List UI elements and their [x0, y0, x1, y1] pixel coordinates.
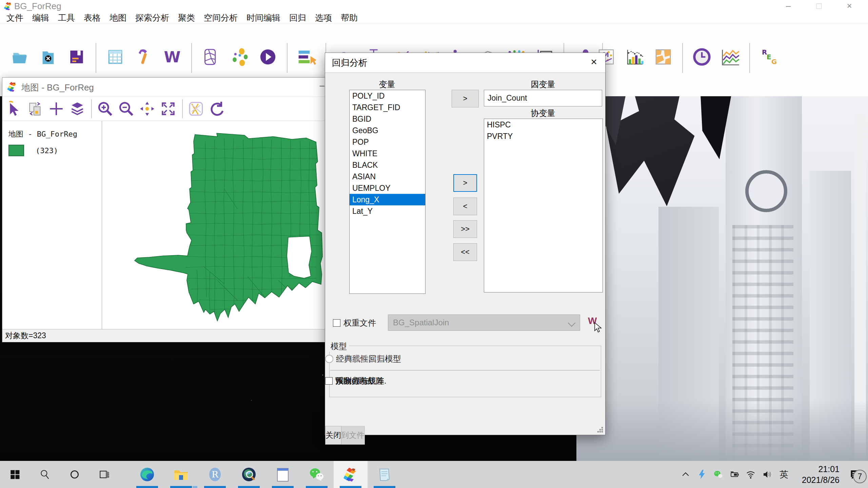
regression-icon[interactable] [760, 45, 778, 69]
variable-list-item[interactable]: POLY_ID [350, 90, 425, 102]
taskbar-gis-viewer[interactable] [232, 461, 266, 488]
taskbar-edge[interactable] [130, 461, 164, 488]
map-layers-icon[interactable] [69, 100, 86, 117]
variable-list-item[interactable]: GeoBG [350, 125, 425, 136]
map-full-extent-icon[interactable] [160, 100, 177, 117]
covariate-list-item[interactable]: PVRTY [484, 130, 603, 142]
start-button[interactable] [0, 461, 30, 488]
variable-list-item[interactable]: TARGET_FID [350, 102, 425, 113]
action-button[interactable]: 关闭 [325, 426, 341, 445]
category-editor-icon[interactable] [297, 45, 316, 69]
minimize-button[interactable]: – [773, 0, 804, 12]
menu-clusters[interactable]: 聚类 [174, 12, 199, 23]
map-invert-selection-icon[interactable] [27, 100, 44, 117]
separator[interactable] [287, 43, 288, 73]
cluster-icon[interactable] [230, 45, 249, 69]
separator[interactable] [91, 99, 92, 118]
close-button[interactable]: × [834, 0, 865, 12]
menu-map[interactable]: 地图 [105, 12, 131, 23]
menu-regression[interactable]: 回归 [285, 12, 311, 23]
dialog-title-bar[interactable]: 回归分析 × [325, 53, 605, 73]
menu-edit[interactable]: 编辑 [28, 12, 54, 23]
tray-volume-icon[interactable] [759, 461, 775, 488]
separator[interactable] [96, 43, 96, 73]
dialog-close-icon[interactable]: × [591, 56, 597, 68]
menu-table[interactable]: 表格 [79, 12, 105, 23]
weights-manager-icon[interactable] [163, 45, 182, 69]
move-all-right-button[interactable]: >> [453, 220, 477, 238]
map-minimize-button[interactable]: – [320, 80, 324, 91]
tray-bolt-icon[interactable] [694, 461, 710, 488]
resize-grip[interactable] [597, 427, 603, 433]
save-project-icon[interactable] [67, 45, 86, 69]
map-add-layer-icon[interactable] [48, 100, 65, 117]
output-checkbox[interactable]: White测试 [325, 375, 372, 386]
time-editor-icon[interactable] [692, 45, 711, 69]
run-tools-icon[interactable] [258, 45, 277, 69]
separator[interactable] [191, 43, 192, 73]
taskbar-notepad[interactable] [368, 461, 401, 488]
map-zoom-out-icon[interactable] [118, 100, 135, 117]
tray-wechat-icon[interactable] [710, 461, 726, 488]
variable-list-item[interactable]: Long_X [350, 194, 425, 205]
separator[interactable] [682, 43, 683, 73]
move-left-button[interactable]: < [453, 198, 477, 215]
separator[interactable] [749, 43, 750, 73]
task-view-icon[interactable] [90, 461, 119, 488]
open-project-icon[interactable] [10, 45, 29, 69]
tray-chevron-up-icon[interactable] [677, 461, 694, 488]
weights-create-icon[interactable] [134, 45, 153, 69]
variable-list-item[interactable]: WHITE [350, 148, 425, 159]
covariate-list-item[interactable]: HISPC [484, 119, 603, 130]
close-project-icon[interactable] [39, 45, 58, 69]
map-pan-icon[interactable] [139, 100, 156, 117]
dependent-variable-field[interactable]: Join_Count [484, 90, 602, 106]
separator[interactable] [182, 99, 183, 118]
search-icon[interactable] [30, 461, 60, 488]
taskbar-geoda[interactable] [334, 461, 368, 488]
variable-list-item[interactable]: Lat_Y [350, 205, 425, 217]
covariates-list[interactable]: HISPCPVRTY [484, 119, 603, 292]
table-icon[interactable] [106, 45, 125, 69]
menu-options[interactable]: 选项 [311, 12, 336, 23]
map-select-tool-icon[interactable] [6, 100, 23, 117]
variable-list-item[interactable]: UEMPLOY [350, 182, 425, 194]
move-right-button[interactable]: > [453, 174, 477, 192]
distribution-chart-icon[interactable] [625, 45, 644, 69]
map-zoom-in-icon[interactable] [97, 100, 114, 117]
move-all-left-button[interactable]: << [453, 243, 477, 261]
legend-item[interactable]: (323) [8, 145, 102, 156]
move-dependent-button[interactable]: > [452, 90, 479, 107]
variable-list-item[interactable]: ASIAN [350, 171, 425, 182]
variable-list-item[interactable]: BGID [350, 113, 425, 125]
menu-help[interactable]: 帮助 [336, 12, 362, 23]
cartogram-icon[interactable] [654, 45, 673, 69]
taskbar-explorer[interactable] [164, 461, 198, 488]
variable-list-item[interactable]: BLACK [350, 159, 425, 171]
taskbar-wechat[interactable] [300, 461, 334, 488]
map-weights-graph-icon[interactable] [188, 100, 204, 117]
variable-list-item[interactable]: POP [350, 136, 425, 148]
weights-file-dropdown[interactable]: BG_SpatialJoin [388, 314, 580, 331]
tray-battery-icon[interactable] [726, 461, 743, 488]
map-canvas[interactable] [102, 121, 333, 329]
tray-wifi-icon[interactable] [743, 461, 759, 488]
menu-tools[interactable]: 工具 [54, 12, 79, 23]
menu-space[interactable]: 空间分析 [199, 12, 242, 23]
taskbar-window-app[interactable] [266, 461, 300, 488]
cortana-icon[interactable] [60, 461, 90, 488]
language-indicator[interactable]: 英 [775, 469, 793, 481]
maps-icon[interactable] [201, 45, 220, 69]
model-radio[interactable]: 空间误差模型 [325, 353, 385, 364]
clock[interactable]: 21:01 2021/8/26 [796, 464, 840, 485]
notification-center-icon[interactable]: 7 [843, 461, 868, 488]
menu-file[interactable]: 文件 [2, 12, 28, 23]
menu-time[interactable]: 时间编辑 [242, 12, 285, 23]
variables-list[interactable]: POLY_IDTARGET_FIDBGIDGeoBGPOPWHITEBLACKA… [349, 90, 426, 294]
time-chart-icon[interactable] [721, 45, 740, 69]
menu-explore[interactable]: 探索分析 [131, 12, 174, 23]
taskbar-r[interactable] [198, 461, 232, 488]
weights-file-checkbox[interactable] [333, 319, 340, 327]
map-window-title-bar[interactable]: 地图 - BG_ForReg – [2, 78, 333, 97]
maximize-button[interactable]: □ [804, 0, 834, 12]
